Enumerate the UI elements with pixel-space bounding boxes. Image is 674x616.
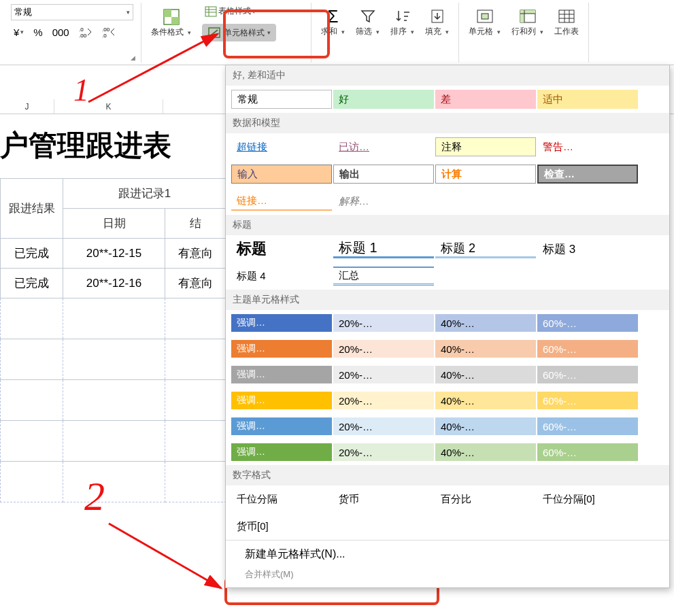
cell-result[interactable]: 已完成 (1, 269, 63, 298)
style-hyperlink[interactable]: 超链接 (231, 137, 332, 156)
style-heading[interactable]: 标题 (231, 239, 332, 258)
style-normal[interactable]: 常规 (231, 90, 332, 109)
style-accent4-20[interactable]: 20%-… (333, 392, 434, 409)
style-thousand0[interactable]: 千位分隔[0] (537, 490, 638, 509)
cells-button[interactable]: 单元格▾ (465, 4, 505, 40)
cell-detail[interactable]: 有意向 (165, 269, 226, 298)
style-accent3[interactable]: 强调… (231, 366, 332, 383)
number-group: 常规 ▾ ¥▾ % 000 .0.00 .00.0 ◢ (5, 3, 141, 63)
currency-button[interactable]: ¥▾ (11, 25, 27, 39)
number-format-value: 常规 (14, 6, 32, 18)
svg-text:.0: .0 (79, 27, 84, 33)
cells-icon (475, 7, 494, 26)
cell-date[interactable]: 20**-12-16 (63, 269, 165, 298)
style-thousand[interactable]: 千位分隔 (231, 490, 332, 509)
edit-group: Σ 求和▾ 筛选▾ 排序▾ 填充▾ (311, 3, 459, 63)
style-accent3-40[interactable]: 40%-… (435, 366, 536, 383)
svg-rect-6 (171, 17, 179, 24)
cell-styles-gallery: 好, 差和适中 常规 好 差 适中 数据和模型 超链接 已访… 注释 警告… 输… (225, 65, 670, 588)
svg-rect-5 (164, 10, 171, 17)
style-accent3-60[interactable]: 60%-… (537, 366, 638, 383)
cell-styles-button[interactable]: 单元格样式▾ (202, 24, 276, 41)
percent-button[interactable]: % (31, 25, 45, 39)
style-neutral[interactable]: 适中 (537, 90, 638, 109)
funnel-icon (358, 7, 377, 26)
dialog-launcher-icon[interactable]: ◢ (131, 54, 135, 61)
sort-button[interactable]: 排序▾ (386, 4, 418, 40)
header-date: 日期 (63, 209, 165, 239)
style-currency0[interactable]: 货币[0] (231, 517, 332, 536)
style-input[interactable]: 输入 (231, 165, 332, 184)
style-bad[interactable]: 差 (435, 90, 536, 109)
style-output[interactable]: 输出 (333, 165, 434, 184)
style-accent1-60[interactable]: 60%-… (537, 314, 638, 332)
style-accent1-20[interactable]: 20%-… (333, 314, 434, 332)
svg-rect-7 (205, 7, 216, 16)
style-accent6-20[interactable]: 20%-… (333, 443, 434, 461)
fill-button[interactable]: 填充▾ (421, 4, 453, 40)
style-accent2-20[interactable]: 20%-… (333, 340, 434, 358)
sigma-icon: Σ (324, 7, 343, 26)
style-note[interactable]: 注释 (435, 137, 536, 156)
style-link[interactable]: 链接… (231, 192, 332, 211)
row-col-button[interactable]: 行和列▾ (507, 4, 547, 40)
style-explain[interactable]: 解释… (333, 192, 434, 211)
col-header-j[interactable]: J (0, 99, 54, 114)
style-calc[interactable]: 计算 (435, 165, 536, 184)
style-accent5-40[interactable]: 40%-… (435, 417, 536, 435)
decrease-decimal-button[interactable]: .00.0 (99, 24, 118, 39)
style-accent4[interactable]: 强调… (231, 392, 332, 409)
styles-group: 条件格式▾ 表格样式▾ 单元格样式▾ (141, 3, 311, 63)
chevron-down-icon: ▾ (127, 9, 130, 16)
style-accent1-40[interactable]: 40%-… (435, 314, 536, 332)
filter-button[interactable]: 筛选▾ (352, 4, 384, 40)
sort-icon (393, 7, 412, 26)
merge-style-menu[interactable]: 合并样式(M) (226, 568, 669, 587)
cell-detail[interactable]: 有意向 (165, 239, 226, 269)
annotation-arrow-2 (102, 517, 238, 598)
header-detail: 结 (165, 209, 226, 239)
cell-date[interactable]: 20**-12-15 (63, 239, 165, 269)
style-good[interactable]: 好 (333, 90, 434, 109)
number-format-combo[interactable]: 常规 ▾ (11, 4, 133, 20)
thousand-button[interactable]: 000 (50, 25, 72, 39)
new-cell-style-menu[interactable]: 新建单元格样式(N)... (226, 541, 669, 568)
sum-button[interactable]: Σ 求和▾ (317, 4, 349, 40)
gallery-section: 好, 差和适中 (226, 65, 669, 86)
style-accent5[interactable]: 强调… (231, 417, 332, 435)
style-accent5-20[interactable]: 20%-… (333, 417, 434, 435)
style-accent5-60[interactable]: 60%-… (537, 417, 638, 435)
table-styles-button[interactable]: 表格样式▾ (202, 4, 276, 18)
style-percent[interactable]: 百分比 (435, 490, 536, 509)
style-accent4-40[interactable]: 40%-… (435, 392, 536, 409)
cell-result[interactable]: 已完成 (1, 239, 63, 269)
style-warning[interactable]: 警告… (537, 137, 638, 156)
style-accent1[interactable]: 强调… (231, 314, 332, 332)
svg-rect-14 (482, 14, 488, 19)
svg-rect-20 (559, 10, 574, 22)
worksheet-button[interactable]: 工作表 (550, 4, 583, 40)
style-summary[interactable]: 汇总 (333, 267, 434, 286)
style-accent4-60[interactable]: 60%-… (537, 392, 638, 409)
style-h3[interactable]: 标题 3 (537, 239, 638, 258)
style-accent2-40[interactable]: 40%-… (435, 340, 536, 358)
style-accent2[interactable]: 强调… (231, 340, 332, 358)
style-visited[interactable]: 已访… (333, 137, 434, 156)
data-table: 跟进结果 跟进记录1 日期 结 已完成 20**-12-15 有意向 已完成 2… (0, 178, 226, 502)
style-currency[interactable]: 货币 (333, 490, 434, 509)
style-accent6-60[interactable]: 60%-… (537, 443, 638, 461)
style-accent6[interactable]: 强调… (231, 443, 332, 461)
style-h1[interactable]: 标题 1 (333, 239, 434, 258)
style-h2[interactable]: 标题 2 (435, 239, 536, 258)
svg-text:.00: .00 (102, 27, 110, 33)
style-accent3-20[interactable]: 20%-… (333, 366, 434, 383)
conditional-format-button[interactable]: 条件格式▾ (147, 5, 195, 41)
style-accent6-40[interactable]: 40%-… (435, 443, 536, 461)
col-header-k[interactable]: K (54, 99, 163, 114)
style-accent2-60[interactable]: 60%-… (537, 340, 638, 358)
header-result: 跟进结果 (1, 179, 63, 239)
increase-decimal-button[interactable]: .0.00 (76, 24, 95, 39)
style-check[interactable]: 检查… (537, 165, 638, 184)
style-h4[interactable]: 标题 4 (231, 267, 332, 286)
gallery-section: 数字格式 (226, 465, 669, 485)
